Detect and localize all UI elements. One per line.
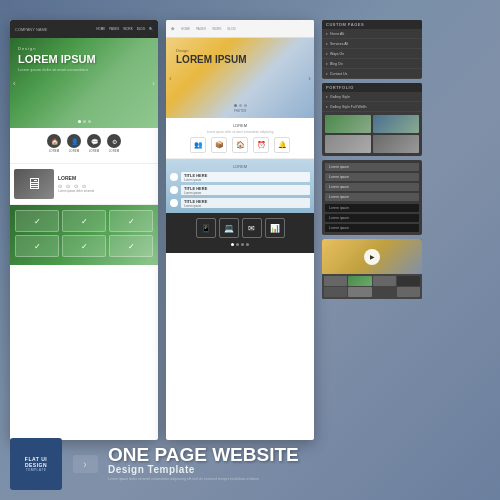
nav-work: WORK bbox=[123, 27, 132, 31]
mockup-header-left: COMPANY NAME HOME PAGES WORK BLOG 🔍 bbox=[10, 20, 158, 38]
hero-prev-left[interactable]: ‹ bbox=[13, 79, 16, 88]
hero-title-left: LOREM IPSUM bbox=[18, 53, 150, 65]
monitor-icon: 🖥 bbox=[26, 175, 42, 193]
process-item-2: TITLE HERE Lorem ipsum bbox=[170, 185, 310, 195]
portfolio-thumb-4[interactable] bbox=[373, 135, 419, 153]
home-icon: 🏠 bbox=[47, 134, 61, 148]
nav-home: HOME bbox=[96, 27, 105, 31]
main-title-line2: Design Template bbox=[108, 464, 299, 475]
play-button[interactable]: ▶ bbox=[364, 249, 380, 265]
flat-badge-sub: TEMPLATE bbox=[26, 468, 47, 472]
feature-icon-home: 🏠 bbox=[232, 137, 248, 153]
dot-1 bbox=[78, 120, 81, 123]
icon-settings-label: LOREM bbox=[109, 149, 120, 153]
preview-grid-8 bbox=[397, 287, 420, 297]
feature-icon-bell: 🔔 bbox=[274, 137, 290, 153]
process-bar-3: TITLE HERE Lorem ipsum bbox=[181, 198, 310, 208]
text-btn-1[interactable]: Lorem ipsum bbox=[325, 163, 419, 171]
text-btn-dark-2[interactable]: Lorem ipsum bbox=[325, 214, 419, 222]
preview-grid-6 bbox=[348, 287, 371, 297]
sidebar-item-services-alt[interactable]: Services Alt bbox=[322, 39, 422, 49]
text-btn-3[interactable]: Lorem ipsum bbox=[325, 183, 419, 191]
sidebar-item-ways-on[interactable]: Ways On bbox=[322, 49, 422, 59]
main-title-line1: ONE PAGE WEBSITE bbox=[108, 445, 299, 464]
bottom-dots bbox=[169, 241, 311, 248]
process-item-3: TITLE HERE Lorem ipsum bbox=[170, 198, 310, 208]
main-container: COMPANY NAME HOME PAGES WORK BLOG 🔍 Desi… bbox=[0, 0, 500, 500]
nav-left: HOME PAGES WORK BLOG 🔍 bbox=[96, 27, 153, 31]
nav-right-pages: PAGES bbox=[196, 27, 206, 31]
text-btn-4[interactable]: Lorem ipsum bbox=[325, 193, 419, 201]
portfolio-thumb-3[interactable] bbox=[325, 135, 371, 153]
process-dot-3 bbox=[170, 199, 178, 207]
process-text-2: Lorem ipsum bbox=[184, 191, 307, 195]
icon-home-label: LOREM bbox=[49, 149, 60, 153]
bell-icon: 🔔 bbox=[274, 137, 290, 153]
icon-chat: 💬 LOREM bbox=[87, 134, 101, 153]
arrow-decoration: › bbox=[70, 438, 100, 490]
icons-row: 🏠 LOREM 👤 LOREM 💬 LOREM ⚙ LOREM bbox=[14, 134, 154, 153]
preview-grid-2 bbox=[348, 276, 371, 286]
dot-r3 bbox=[244, 104, 247, 107]
sidebar-panel: CUSTOM PAGES Home Alt Services Alt Ways … bbox=[322, 20, 422, 299]
hero-prev-right[interactable]: ‹ bbox=[169, 74, 172, 83]
portfolio-thumb-1[interactable] bbox=[325, 115, 371, 133]
sidebar-item-home-alt[interactable]: Home Alt bbox=[322, 29, 422, 39]
features-title: LOREM bbox=[170, 123, 310, 128]
features-section: LOREM Lorem ipsum dolor sit amet consect… bbox=[166, 118, 314, 158]
text-btn-dark-1[interactable]: Lorem ipsum bbox=[325, 204, 419, 212]
sidebar-item-contact[interactable]: Contact Us bbox=[322, 69, 422, 79]
process-section: LOREM TITLE HERE Lorem ipsum TITLE HERE … bbox=[166, 159, 314, 213]
company-name: COMPANY NAME bbox=[15, 27, 48, 32]
hero-next-right[interactable]: › bbox=[308, 74, 311, 83]
bottom-icon-3: ✉ bbox=[242, 218, 262, 238]
left-website-mockup: COMPANY NAME HOME PAGES WORK BLOG 🔍 Desi… bbox=[10, 20, 158, 440]
grid-row-1: ✓ ✓ ✓ bbox=[15, 210, 153, 232]
devices-section: 🖥 LOREM ⊙ ⊙ ⊙ ⊙ Lorem ipsum dolor sit am… bbox=[10, 164, 158, 204]
portfolio-title: PORTFOLIO bbox=[322, 83, 422, 92]
hero-subtitle-left: Lorem ipsum dolor sit amet consectetur bbox=[18, 67, 150, 72]
user-icon: 👤 bbox=[67, 134, 81, 148]
right-hero-bottom: PHOTOS bbox=[166, 102, 314, 113]
icon-home: 🏠 LOREM bbox=[47, 134, 61, 153]
grid-item-6: ✓ bbox=[109, 235, 153, 257]
hero-left: Design LOREM IPSUM Lorem ipsum dolor sit… bbox=[10, 38, 158, 128]
features-text: Lorem ipsum dolor sit amet consectetur a… bbox=[170, 130, 310, 134]
right-website-mockup: ⬟ HOME PAGES WORK BLOG Design LOREM IPSU… bbox=[166, 20, 314, 440]
photos-label: PHOTOS bbox=[166, 109, 314, 113]
nav-right-home: HOME bbox=[181, 27, 190, 31]
text-btn-2[interactable]: Lorem ipsum bbox=[325, 173, 419, 181]
portfolio-grid bbox=[322, 112, 422, 156]
sidebar-item-blog-on[interactable]: Blog On bbox=[322, 59, 422, 69]
text-buttons-dark-rows: Lorem ipsum Lorem ipsum Lorem ipsum bbox=[322, 204, 422, 235]
portfolio-item-1[interactable]: Gallery Style bbox=[322, 92, 422, 102]
hero-next-left[interactable]: › bbox=[152, 79, 155, 88]
grid-item-1: ✓ bbox=[15, 210, 59, 232]
custom-pages-section: CUSTOM PAGES Home Alt Services Alt Ways … bbox=[322, 20, 422, 79]
arrow-icon: › bbox=[73, 455, 98, 473]
bottom-dot-4 bbox=[246, 243, 249, 246]
device-text-content: Lorem ipsum dolor sit amet bbox=[58, 189, 154, 193]
settings-icon: ⚙ bbox=[107, 134, 121, 148]
bottom-dot-1 bbox=[231, 243, 234, 246]
nav-search-icon: 🔍 bbox=[149, 27, 153, 31]
portfolio-thumb-2[interactable] bbox=[373, 115, 419, 133]
bottom-area: FLAT UI DESIGN TEMPLATE › ONE PAGE WEBSI… bbox=[10, 438, 385, 490]
process-dot-1 bbox=[170, 173, 178, 181]
dots-right bbox=[166, 102, 314, 109]
people-icon: 👥 bbox=[190, 137, 206, 153]
dot-r1 bbox=[234, 104, 237, 107]
device-image: 🖥 bbox=[14, 169, 54, 199]
feature-icon-box: 📦 bbox=[211, 137, 227, 153]
portfolio-section: PORTFOLIO Gallery Style Gallery Style Fu… bbox=[322, 83, 422, 156]
nav-right-work: WORK bbox=[212, 27, 221, 31]
bottom-dot-3 bbox=[241, 243, 244, 246]
text-buttons-rows: Lorem ipsum Lorem ipsum Lorem ipsum Lore… bbox=[322, 160, 422, 204]
text-btn-dark-3[interactable]: Lorem ipsum bbox=[325, 224, 419, 232]
grid-item-5: ✓ bbox=[62, 235, 106, 257]
box-icon: 📦 bbox=[211, 137, 227, 153]
nav-blog: BLOG bbox=[137, 27, 145, 31]
design-label-left: Design bbox=[18, 46, 150, 51]
portfolio-item-2[interactable]: Gallery Style Full Width bbox=[322, 102, 422, 112]
process-item-1: TITLE HERE Lorem ipsum bbox=[170, 172, 310, 182]
